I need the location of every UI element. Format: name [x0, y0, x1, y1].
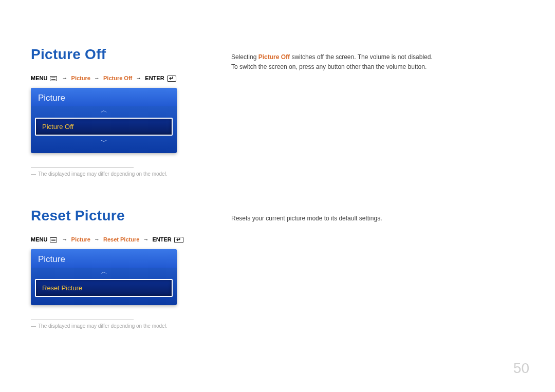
chevron-down-icon: ﹀ [101, 138, 107, 145]
osd-selected-item: Picture Off [35, 118, 173, 136]
right-column: Resets your current picture mode to its … [231, 208, 524, 329]
arrow-icon: → [94, 75, 100, 81]
chevron-up-icon: ︿ [101, 107, 107, 114]
section-picture-off: Picture Off MENU → Picture → Picture Off… [31, 46, 524, 177]
footnote-rule [31, 320, 134, 320]
osd-scroll-up: ︿ [31, 268, 177, 277]
footnote-rule [31, 167, 134, 168]
description-line1: Selecting Picture Off switches off the s… [231, 52, 524, 62]
osd-selected-item: Reset Picture [35, 279, 173, 297]
footnote: ―The displayed image may differ dependin… [31, 323, 200, 329]
footnote-text: The displayed image may differ depending… [38, 171, 168, 177]
desc-bold: Picture Off [258, 53, 290, 61]
arrow-icon: → [136, 75, 141, 81]
page-number: 50 [513, 360, 529, 377]
arrow-icon: → [62, 236, 68, 242]
desc-post: switches off the screen. The volume is n… [290, 53, 433, 61]
section-title: Reset Picture [31, 208, 200, 224]
osd-panel: Picture ︿ Reset Picture [31, 249, 177, 305]
enter-label: ENTER [145, 75, 164, 81]
footnote-dash: ― [31, 323, 36, 329]
enter-icon [174, 237, 183, 243]
arrow-icon: → [94, 236, 100, 242]
description-line2: To switch the screen on, press any butto… [231, 62, 524, 72]
osd-header: Picture [31, 88, 177, 106]
section-title: Picture Off [31, 46, 200, 63]
menu-label: MENU [31, 75, 47, 81]
arrow-icon: → [62, 75, 68, 81]
footnote-dash: ― [31, 171, 36, 177]
osd-scroll-down: ﹀ [31, 138, 177, 147]
left-column: Reset Picture MENU → Picture → Reset Pic… [31, 208, 200, 329]
menu-path: MENU → Picture → Reset Picture → ENTER [31, 236, 200, 243]
section-reset-picture: Reset Picture MENU → Picture → Reset Pic… [31, 208, 524, 329]
desc-pre: Selecting [231, 53, 258, 61]
osd-scroll-up: ︿ [31, 106, 177, 116]
osd-panel: Picture ︿ Picture Off ﹀ [31, 88, 177, 153]
osd-header: Picture [31, 249, 177, 268]
path-picture: Picture [71, 236, 90, 242]
left-column: Picture Off MENU → Picture → Picture Off… [31, 46, 200, 177]
path-item: Picture Off [103, 75, 132, 81]
menu-icon [50, 237, 57, 242]
menu-path: MENU → Picture → Picture Off → ENTER [31, 75, 200, 82]
description: Resets your current picture mode to its … [231, 214, 524, 223]
path-picture: Picture [71, 75, 90, 81]
footnote-text: The displayed image may differ depending… [38, 323, 168, 329]
footnote: ―The displayed image may differ dependin… [31, 171, 200, 177]
menu-icon [50, 76, 57, 81]
path-item: Reset Picture [103, 236, 139, 242]
enter-label: ENTER [152, 236, 171, 242]
arrow-icon: → [143, 236, 149, 242]
enter-icon [167, 76, 176, 82]
right-column: Selecting Picture Off switches off the s… [231, 46, 524, 177]
chevron-up-icon: ︿ [101, 268, 107, 275]
menu-label: MENU [31, 236, 47, 242]
